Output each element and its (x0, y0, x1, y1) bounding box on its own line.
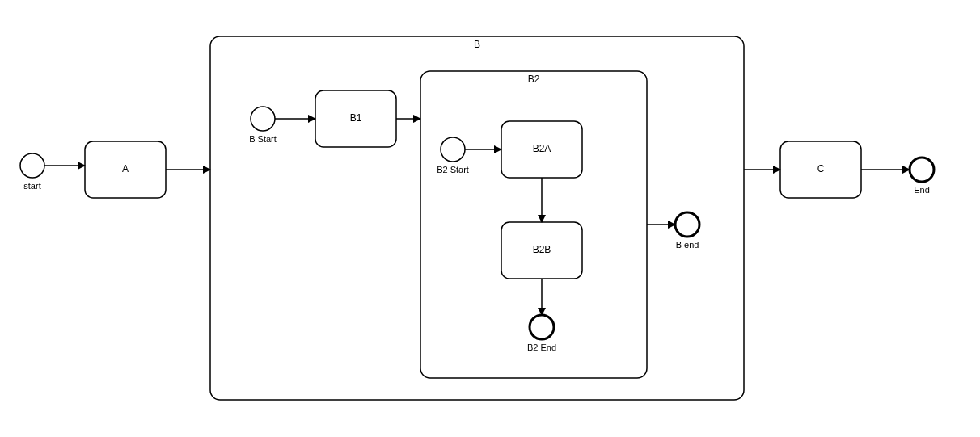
end-label: End (914, 185, 930, 195)
b-end-label: B end (676, 240, 699, 250)
subprocess-b2-title: B2 (528, 74, 540, 85)
end-event[interactable]: End (910, 158, 934, 195)
b-start-label: B Start (249, 134, 277, 144)
b2-end-event[interactable]: B2 End (527, 315, 556, 352)
task-a-label: A (122, 163, 129, 174)
svg-point-0 (20, 153, 44, 178)
subprocess-b-title: B (474, 39, 480, 50)
svg-point-3 (251, 107, 275, 131)
task-a[interactable]: A (85, 141, 166, 198)
svg-point-12 (910, 158, 934, 182)
bpmn-diagram: start A B B Start B1 B2 B2 Start B2A B2B (0, 0, 980, 437)
task-c[interactable]: C (780, 141, 861, 198)
task-b2a[interactable]: B2A (501, 121, 582, 178)
start-label: start (23, 181, 40, 191)
b2-start-label: B2 Start (437, 165, 469, 174)
b2-end-label: B2 End (527, 342, 556, 352)
svg-point-6 (441, 137, 465, 162)
task-b2a-label: B2A (533, 143, 551, 154)
b-start-event[interactable]: B Start (249, 107, 277, 144)
b-end-event[interactable]: B end (675, 212, 699, 250)
svg-point-10 (675, 212, 699, 237)
svg-point-9 (530, 315, 554, 339)
task-b1-label: B1 (350, 112, 362, 124)
task-c-label: C (817, 163, 825, 174)
start-event[interactable]: start (20, 153, 44, 191)
task-b1[interactable]: B1 (315, 90, 396, 147)
task-b2b[interactable]: B2B (501, 222, 582, 279)
task-b2b-label: B2B (533, 244, 551, 255)
